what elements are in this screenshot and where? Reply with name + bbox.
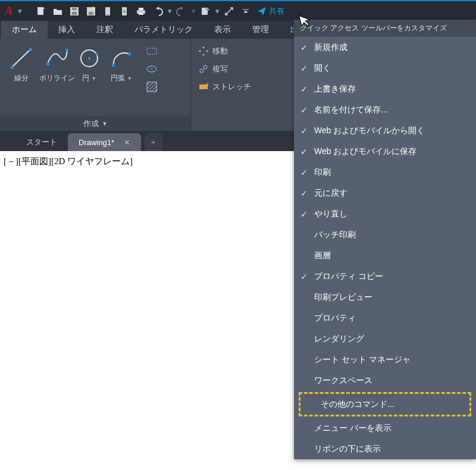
dd-item-10[interactable]: 画層: [294, 245, 476, 266]
qat-customize-dropdown-icon[interactable]: [238, 4, 253, 19]
arc-icon: [109, 46, 134, 71]
dd-item-7[interactable]: ✓元に戻す: [294, 183, 476, 203]
tab-insert[interactable]: 挿入: [48, 21, 86, 39]
tab-parametric[interactable]: パラメトリック: [124, 21, 203, 39]
dd-item-label: 開く: [314, 63, 331, 74]
dd-item-15[interactable]: シート セット マネージャ: [294, 349, 476, 370]
svg-rect-23: [96, 53, 98, 55]
dd-item-show-below-ribbon[interactable]: リボンの下に表示: [294, 438, 476, 459]
dd-item-16[interactable]: ワークスペース: [294, 370, 476, 391]
app-logo-a[interactable]: A: [2, 4, 15, 18]
svg-point-31: [203, 65, 207, 69]
dd-item-8[interactable]: ✓やり直し: [294, 203, 476, 224]
dd-item-9[interactable]: バッチ印刷: [294, 224, 476, 245]
save-web-icon[interactable]: [117, 4, 132, 19]
svg-point-28: [151, 68, 153, 70]
app-menu-dropdown-icon[interactable]: ▾: [17, 4, 23, 19]
copy-button[interactable]: 複写: [195, 60, 292, 78]
polyline-icon: [45, 46, 70, 71]
dd-item-label: Web およびモバイルに保存: [314, 146, 416, 157]
save-icon[interactable]: [67, 4, 82, 19]
dd-item-2[interactable]: ✓上書き保存: [294, 79, 476, 99]
more-commands-label: その他のコマンド...: [321, 399, 394, 410]
check-icon: ✓: [299, 272, 309, 281]
undo-icon[interactable]: [150, 4, 165, 19]
line-label: 線分: [14, 73, 29, 83]
circle-button[interactable]: 円 ▼: [75, 42, 104, 117]
check-icon: ✓: [299, 147, 309, 156]
ellipse-icon[interactable]: [143, 61, 160, 77]
svg-rect-20: [65, 49, 68, 52]
svg-rect-4: [72, 8, 77, 10]
new-tab-button[interactable]: ＋: [145, 133, 162, 151]
redo-icon[interactable]: [174, 4, 189, 19]
match-properties-icon[interactable]: [198, 4, 213, 19]
polyline-label: ポリライン: [39, 73, 75, 83]
undo-dropdown-icon[interactable]: ▾: [167, 4, 173, 19]
dropdown-header: クイック アクセス ツールバーをカスタマイズ: [294, 20, 476, 37]
redo-dropdown-icon[interactable]: ▾: [190, 4, 196, 19]
svg-rect-18: [29, 48, 32, 51]
svg-rect-19: [46, 62, 49, 65]
doctab-drawing1[interactable]: Drawing1* ✕: [68, 133, 141, 151]
line-icon: [9, 46, 34, 71]
tab-annotate[interactable]: 注釈: [86, 21, 124, 39]
panel-draw: 線分 ポリライン 円 ▼ 円弧 ▼ 作成 ▼: [0, 39, 191, 131]
open-web-icon[interactable]: [100, 4, 115, 19]
dd-item-11[interactable]: ✓プロパティ コピー: [294, 266, 476, 287]
dd-item-6[interactable]: ✓印刷: [294, 162, 476, 183]
dd-item-12[interactable]: 印刷プレビュー: [294, 287, 476, 308]
dd-item-label: シート セット マネージャ: [314, 355, 411, 365]
close-icon[interactable]: ✕: [124, 138, 130, 147]
dd-item-13[interactable]: プロパティ: [294, 308, 476, 328]
rect-icon[interactable]: [143, 43, 160, 59]
line-button[interactable]: 線分: [4, 42, 39, 117]
svg-line-16: [12, 49, 30, 67]
quick-access-toolbar: A ▾ ▾ ▾ ▾ 共有: [0, 0, 476, 21]
svg-rect-6: [89, 12, 93, 15]
match-properties-dropdown-icon[interactable]: ▾: [214, 4, 220, 19]
tab-manage[interactable]: 管理: [242, 21, 280, 39]
polyline-button[interactable]: ポリライン: [39, 42, 75, 117]
dd-item-label: 元に戻す: [314, 188, 347, 199]
check-icon: ✓: [299, 84, 309, 94]
panel-draw-title[interactable]: 作成 ▼: [0, 117, 190, 131]
dd-item-1[interactable]: ✓開く: [294, 58, 476, 79]
open-icon[interactable]: [50, 4, 65, 19]
new-icon[interactable]: [33, 4, 49, 19]
svg-point-8: [107, 14, 108, 15]
doctab-start[interactable]: スタート: [15, 133, 68, 151]
dd-item-3[interactable]: ✓名前を付けて保存...: [294, 99, 476, 120]
check-icon: ✓: [299, 64, 309, 73]
dd-item-label: 名前を付けて保存...: [314, 105, 388, 115]
tab-view[interactable]: 表示: [203, 21, 242, 39]
dd-item-0[interactable]: ✓新規作成: [294, 37, 476, 58]
dd-item-label: レンダリング: [314, 334, 364, 344]
arc-button[interactable]: 円弧 ▼: [104, 42, 139, 117]
dd-item-more-commands[interactable]: その他のコマンド...: [300, 394, 469, 415]
move-label: 移動: [212, 46, 228, 57]
dd-item-4[interactable]: ✓Web およびモバイルから開く: [294, 120, 476, 141]
save-as-icon[interactable]: [83, 4, 99, 19]
check-icon: ✓: [299, 189, 309, 198]
check-icon: ✓: [299, 105, 309, 115]
svg-rect-12: [139, 12, 143, 15]
svg-rect-3: [72, 12, 77, 15]
stretch-button[interactable]: ストレッチ: [195, 78, 292, 96]
print-icon[interactable]: [133, 4, 149, 19]
check-icon: ✓: [299, 209, 309, 219]
dd-item-5[interactable]: ✓Web およびモバイルに保存: [294, 141, 476, 162]
tab-home[interactable]: ホーム: [1, 21, 48, 39]
move-button[interactable]: 移動: [195, 42, 292, 60]
expand-icon[interactable]: [221, 4, 237, 19]
check-icon: ✓: [299, 43, 309, 52]
hatch-icon[interactable]: [143, 79, 160, 95]
svg-marker-1: [43, 7, 45, 9]
panel-modify: 移動 複写 ストレッチ .: [191, 39, 295, 131]
share-button[interactable]: 共有: [257, 6, 284, 17]
copy-label: 複写: [212, 64, 228, 74]
dd-item-14[interactable]: レンダリング: [294, 328, 476, 349]
svg-rect-25: [128, 52, 131, 55]
dd-item-label: 印刷プレビュー: [314, 292, 372, 303]
dd-item-show-menubar[interactable]: メニュー バーを表示: [294, 418, 476, 438]
